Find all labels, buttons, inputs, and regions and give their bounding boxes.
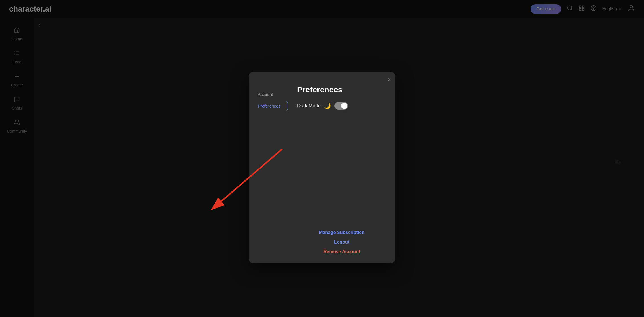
modal-tab-preferences[interactable]: Preferences <box>254 101 288 111</box>
dark-mode-toggle[interactable] <box>334 102 348 110</box>
moon-icon: 🌙 <box>324 102 331 109</box>
remove-account-link[interactable]: Remove Account <box>323 249 360 254</box>
modal-tab-account[interactable]: Account <box>254 90 288 99</box>
logout-link[interactable]: Logout <box>334 240 349 245</box>
modal-sidebar: Account Preferences <box>249 79 288 263</box>
modal-content: Account Preferences Preferences Dark Mod… <box>249 72 395 263</box>
modal-main: Preferences Dark Mode 🌙 Manage Subscript… <box>288 79 395 263</box>
modal-actions: Manage Subscription Logout Remove Accoun… <box>297 230 386 263</box>
modal-title: Preferences <box>297 85 386 94</box>
dark-mode-label: Dark Mode <box>297 103 321 109</box>
preferences-modal: × Account Preferences Preferences Dark M… <box>249 72 395 263</box>
modal-overlay: × Account Preferences Preferences Dark M… <box>0 0 644 317</box>
modal-close-button[interactable]: × <box>387 76 391 83</box>
manage-subscription-link[interactable]: Manage Subscription <box>319 230 365 235</box>
dark-mode-row: Dark Mode 🌙 <box>297 102 386 110</box>
